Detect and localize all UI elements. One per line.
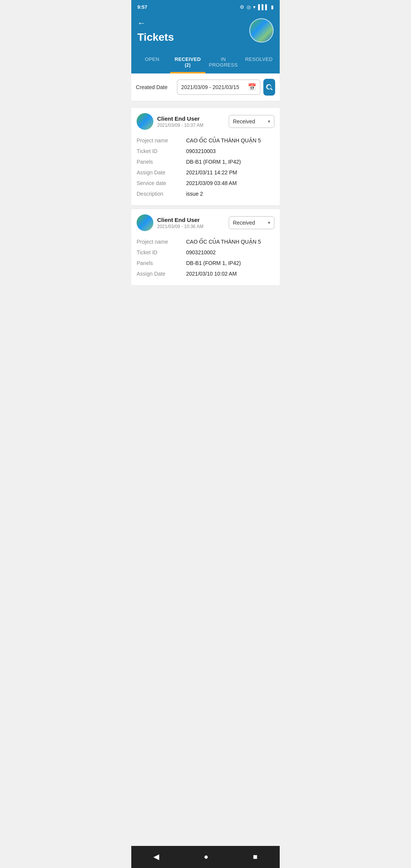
filter-bar: Created Date 📅 bbox=[131, 73, 280, 101]
detail-value: 2021/03/09 03:48 AM bbox=[186, 180, 274, 186]
filter-label: Created Date bbox=[136, 84, 174, 90]
settings-icon: ⚙ bbox=[240, 4, 244, 10]
detail-value: 2021/03/10 10:02 AM bbox=[186, 271, 274, 277]
ticket-card[interactable]: Client End User 2021/03/09 - 10:36 AM Re… bbox=[131, 209, 280, 286]
tab-received-badge: (2) bbox=[185, 62, 191, 68]
detail-label: Description bbox=[137, 191, 186, 197]
detail-value: 2021/03/11 14:22 PM bbox=[186, 169, 274, 176]
calendar-icon[interactable]: 📅 bbox=[248, 83, 256, 91]
detail-row: Description issue 2 bbox=[137, 188, 274, 199]
wifi-icon: ▾ bbox=[253, 4, 256, 10]
detail-row: Service date 2021/03/09 03:48 AM bbox=[137, 178, 274, 188]
search-button[interactable] bbox=[263, 79, 275, 96]
detail-value: CAO ỐC CỦA THÀNH QUẬN 5 bbox=[186, 137, 274, 144]
date-range-input[interactable] bbox=[181, 84, 248, 90]
detail-row: Ticket ID 0903210003 bbox=[137, 146, 274, 156]
detail-value: issue 2 bbox=[186, 191, 274, 197]
status-bar: 9:57 ⚙ ◎ ▾ ▌▌▌ ▮ bbox=[131, 0, 280, 14]
chevron-down-icon: ▾ bbox=[268, 119, 270, 124]
battery-icon: ▮ bbox=[271, 4, 274, 10]
detail-label: Service date bbox=[137, 180, 186, 186]
tab-resolved[interactable]: RESOLVED bbox=[241, 51, 277, 72]
detail-value: 0903210003 bbox=[186, 148, 274, 154]
user-meta: Client End User 2021/03/09 - 10:36 AM bbox=[157, 217, 203, 229]
page-title: Tickets bbox=[137, 31, 174, 43]
detail-label: Assign Date bbox=[137, 271, 186, 277]
status-time: 9:57 bbox=[137, 4, 147, 10]
user-meta: Client End User 2021/03/09 - 10:37 AM bbox=[157, 115, 203, 128]
ticket-details: Project name CAO ỐC CỦA THÀNH QUẬN 5 Tic… bbox=[131, 235, 280, 285]
user-info: Client End User 2021/03/09 - 10:37 AM bbox=[137, 113, 203, 130]
user-date: 2021/03/09 - 10:37 AM bbox=[157, 123, 203, 128]
date-range-input-wrap[interactable]: 📅 bbox=[177, 80, 260, 95]
status-text: Received bbox=[233, 118, 255, 124]
status-icons: ⚙ ◎ ▾ ▌▌▌ ▮ bbox=[240, 4, 274, 10]
tab-received[interactable]: RECEIVED (2) bbox=[170, 51, 206, 72]
detail-row: Project name CAO ỐC CỦA THÀNH QUẬN 5 bbox=[137, 236, 274, 247]
ticket-details: Project name CAO ỐC CỦA THÀNH QUẬN 5 Tic… bbox=[131, 134, 280, 205]
detail-label: Panels bbox=[137, 159, 186, 165]
content-area: Created Date 📅 Client End User 2021/03/0… bbox=[131, 73, 280, 314]
detail-label: Project name bbox=[137, 137, 186, 144]
detail-row: Assign Date 2021/03/11 14:22 PM bbox=[137, 167, 274, 178]
detail-value: DB-B1 (FORM 1, IP42) bbox=[186, 159, 274, 165]
detail-label: Project name bbox=[137, 239, 186, 245]
tab-in-progress[interactable]: IN PROGRESS bbox=[206, 51, 241, 72]
location-icon: ◎ bbox=[247, 4, 251, 10]
page-header: ← Tickets bbox=[131, 14, 280, 51]
user-name: Client End User bbox=[157, 115, 203, 122]
user-avatar bbox=[137, 113, 153, 130]
ticket-list: Client End User 2021/03/09 - 10:37 AM Re… bbox=[131, 101, 280, 292]
user-name: Client End User bbox=[157, 217, 203, 223]
status-dropdown[interactable]: Received ▾ bbox=[229, 115, 274, 128]
detail-value: 0903210002 bbox=[186, 249, 274, 255]
detail-row: Ticket ID 0903210002 bbox=[137, 247, 274, 258]
user-info: Client End User 2021/03/09 - 10:36 AM bbox=[137, 214, 203, 231]
back-button[interactable]: ← bbox=[137, 18, 174, 28]
signal-icon: ▌▌▌ bbox=[258, 4, 269, 10]
avatar-image bbox=[250, 19, 273, 42]
detail-row: Panels DB-B1 (FORM 1, IP42) bbox=[137, 258, 274, 268]
status-dropdown[interactable]: Received ▾ bbox=[229, 216, 274, 229]
search-icon bbox=[265, 83, 274, 91]
detail-row: Assign Date 2021/03/10 10:02 AM bbox=[137, 268, 274, 279]
detail-label: Panels bbox=[137, 260, 186, 266]
detail-row: Panels DB-B1 (FORM 1, IP42) bbox=[137, 156, 274, 167]
tab-open[interactable]: OPEN bbox=[134, 51, 170, 72]
detail-value: CAO ỐC CỦA THÀNH QUẬN 5 bbox=[186, 239, 274, 245]
detail-row: Project name CAO ỐC CỦA THÀNH QUẬN 5 bbox=[137, 135, 274, 146]
avatar[interactable] bbox=[249, 18, 274, 43]
status-text: Received bbox=[233, 220, 255, 226]
detail-label: Ticket ID bbox=[137, 249, 186, 255]
tab-bar: OPEN RECEIVED (2) IN PROGRESS RESOLVED bbox=[131, 51, 280, 73]
chevron-down-icon: ▾ bbox=[268, 220, 270, 225]
ticket-header: Client End User 2021/03/09 - 10:36 AM Re… bbox=[131, 209, 280, 235]
detail-label: Assign Date bbox=[137, 169, 186, 176]
detail-label: Ticket ID bbox=[137, 148, 186, 154]
ticket-card[interactable]: Client End User 2021/03/09 - 10:37 AM Re… bbox=[131, 107, 280, 206]
user-avatar bbox=[137, 214, 153, 231]
ticket-header: Client End User 2021/03/09 - 10:37 AM Re… bbox=[131, 108, 280, 134]
detail-value: DB-B1 (FORM 1, IP42) bbox=[186, 260, 274, 266]
header-left: ← Tickets bbox=[137, 18, 174, 43]
user-date: 2021/03/09 - 10:36 AM bbox=[157, 224, 203, 229]
